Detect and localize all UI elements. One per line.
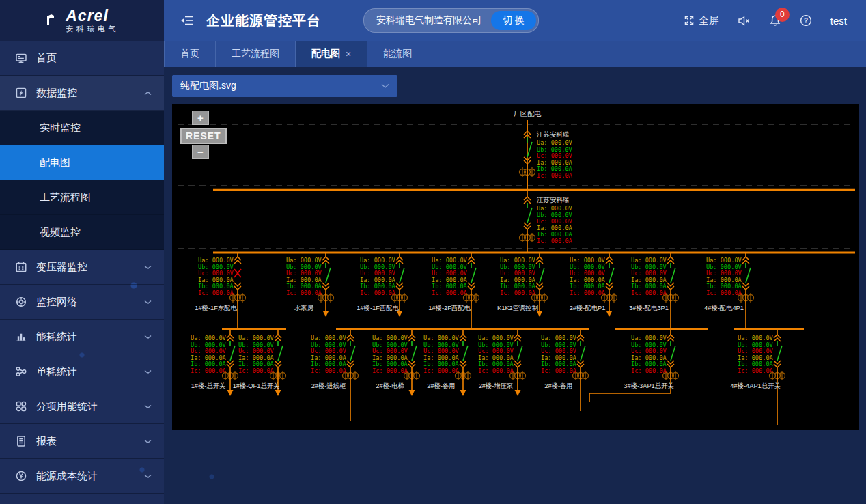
measurement-text: Ib: 000.0A xyxy=(286,283,322,290)
measurement-text: Ub: 000.0V xyxy=(432,264,467,270)
measurement-text: Ia: 000.0A xyxy=(541,354,577,361)
zoom-reset-button[interactable]: RESET xyxy=(180,128,227,144)
sidebar-item-label: 能耗统计 xyxy=(36,331,77,344)
outlet-label: 1#楼-总开关 xyxy=(191,382,226,389)
bar-chart-icon xyxy=(15,331,27,343)
measurement-text: Ia: 000.0A xyxy=(478,354,514,361)
measurement-text: Ic: 000.0A xyxy=(478,367,514,374)
measurement-text: Ia: 000.0A xyxy=(706,277,742,283)
outlet-label: 2#楼-电梯 xyxy=(376,382,404,389)
measurement-text: Ia: 000.0A xyxy=(191,354,227,361)
sidebar-subitem-distribution-diagram[interactable]: 配电图 xyxy=(0,145,164,180)
measurement-text: Ic: 000.0A xyxy=(631,290,667,296)
switch-company-button[interactable]: 切 换 xyxy=(491,11,536,30)
tab-distribution-diagram[interactable]: 配电图 × xyxy=(296,41,367,67)
measurement-text: Uc: 000.0V xyxy=(537,218,572,225)
feeder-label: 2#楼-配电P1 xyxy=(570,305,606,311)
sidebar-item-data-monitoring[interactable]: 数据监控 xyxy=(0,76,164,111)
sidebar-item-transformer-monitor[interactable]: 变压器监控 xyxy=(0,250,164,285)
measurement-text: Ub: 000.0V xyxy=(238,341,274,348)
root-label: 厂区配电 xyxy=(514,110,542,117)
measurement-text: Ib: 000.0A xyxy=(537,165,573,172)
measurement-text: Ib: 000.0A xyxy=(423,361,460,367)
company-selector[interactable]: 安科瑞电气制造有限公司 切 换 xyxy=(363,8,539,33)
sidebar-subitem-process-flow[interactable]: 工艺流程图 xyxy=(0,180,164,215)
sidebar-item-reports[interactable]: 报表 xyxy=(0,424,164,459)
flow-arrow xyxy=(537,311,543,317)
sidebar-item-monitor-network[interactable]: 监控网络 xyxy=(0,285,164,320)
main-content: 纯配电图.svg 厂区配电江苏安科瑞Ua: 000.0VUb: 000.0VUc… xyxy=(164,67,866,504)
measurement-text: Ib: 000.0A xyxy=(570,283,606,290)
zoom-out-button[interactable]: − xyxy=(192,145,209,159)
measurement-text: Ua: 000.0V xyxy=(311,335,346,341)
measurement-text: Ia: 000.0A xyxy=(631,277,667,283)
diagram-canvas[interactable]: 厂区配电江苏安科瑞Ua: 000.0VUb: 000.0VUc: 000.0VI… xyxy=(172,104,859,430)
sidebar-item-energy-stats[interactable]: 能耗统计 xyxy=(0,320,164,354)
sidebar-subitem-realtime-monitor[interactable]: 实时监控 xyxy=(0,111,164,145)
measurement-text: Ib: 000.0A xyxy=(191,361,227,367)
switch-blade xyxy=(540,268,544,283)
username[interactable]: test xyxy=(830,15,847,27)
fullscreen-button[interactable]: 全屏 xyxy=(684,14,719,27)
sidebar: Acrel 安科瑞电气 首页 数据监控 实时监控 配电图 工艺流程图 视频监控 … xyxy=(0,0,164,504)
measurement-text: Ib: 000.0A xyxy=(311,361,347,367)
fullscreen-label: 全屏 xyxy=(699,14,719,27)
flow-arrow xyxy=(409,390,415,396)
measurement-text: Ub: 000.0V xyxy=(570,264,605,270)
measurement-text: Ua: 000.0V xyxy=(541,335,576,341)
measurement-text: Ic: 000.0A xyxy=(311,367,347,374)
diagram-file-select[interactable]: 纯配电图.svg xyxy=(172,75,397,97)
zoom-in-button[interactable]: + xyxy=(192,111,209,125)
feeder-label: 水泵房 xyxy=(294,304,313,311)
measurement-text: Uc: 000.0V xyxy=(191,348,226,354)
chevron-down xyxy=(742,283,749,286)
chevron-down xyxy=(468,283,475,286)
measurement-text: Ua: 000.0V xyxy=(631,335,667,341)
measurement-text: Uc: 000.0V xyxy=(706,270,742,277)
chevron-down-icon xyxy=(144,265,152,270)
tab-home[interactable]: 首页 xyxy=(164,41,216,67)
tab-energy-flow[interactable]: 能流图 xyxy=(367,41,428,67)
chevron-down-icon xyxy=(144,335,152,339)
measurement-text: Ia: 000.0A xyxy=(360,277,396,283)
measurement-text: Ub: 000.0V xyxy=(631,264,667,270)
chevron-down xyxy=(322,283,329,286)
sidebar-item-subitem-energy-stats[interactable]: 分项用能统计 xyxy=(0,389,164,424)
sidebar-item-energy-cost-stats[interactable]: 能源成本统计 xyxy=(0,459,164,494)
measurement-text: Ub: 000.0V xyxy=(541,341,576,348)
chevron-up-icon xyxy=(144,91,152,96)
chevron-up xyxy=(234,260,241,264)
mute-button[interactable] xyxy=(738,16,751,26)
measurement-text: Uc: 000.0V xyxy=(478,348,514,354)
measurement-text: Ub: 000.0V xyxy=(500,264,535,270)
tab-close-icon[interactable]: × xyxy=(346,48,351,59)
sidebar-item-home[interactable]: 首页 xyxy=(0,41,164,76)
sidebar-item-unit-consumption-stats[interactable]: 单耗统计 xyxy=(0,354,164,389)
notifications-button[interactable]: 0 xyxy=(769,14,781,27)
switch-blade xyxy=(777,346,782,361)
switch-blade xyxy=(326,268,331,283)
measurement-text: Ua: 000.0V xyxy=(372,335,408,341)
measurement-text: Ua: 000.0V xyxy=(478,335,514,341)
flow-arrow xyxy=(515,390,521,396)
chevron-down xyxy=(347,361,354,364)
measurement-text: Ua: 000.0V xyxy=(631,257,667,264)
measurement-text: Ub: 000.0V xyxy=(311,341,346,348)
chevron-down-icon xyxy=(144,369,152,374)
measurement-text: Ic: 000.0A xyxy=(541,367,577,374)
menu-fold-button[interactable] xyxy=(180,15,194,26)
measurement-text: Ua: 000.0V xyxy=(537,139,572,146)
switch-blade xyxy=(463,346,468,361)
sidebar-subitem-video-monitor[interactable]: 视频监控 xyxy=(0,215,164,250)
fullscreen-icon xyxy=(684,15,695,26)
measurement-text: Ib: 000.0A xyxy=(238,361,275,367)
sidebar-item-label: 监控网络 xyxy=(36,296,77,309)
tab-process-flow[interactable]: 工艺流程图 xyxy=(216,41,296,67)
measurement-text: Ub: 000.0V xyxy=(537,212,572,219)
measurement-text: Ua: 000.0V xyxy=(286,257,322,264)
help-button[interactable]: ? xyxy=(800,14,812,27)
measurement-text: Ia: 000.0A xyxy=(286,277,322,283)
flow-arrow xyxy=(397,311,403,317)
switch-blade xyxy=(230,346,235,361)
chevron-down xyxy=(606,283,613,286)
